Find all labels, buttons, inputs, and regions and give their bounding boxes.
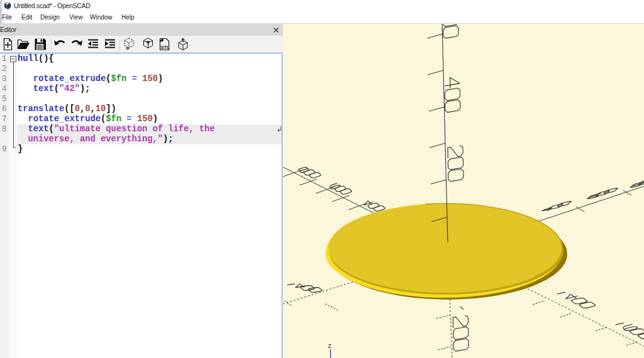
svg-text:STL: STL	[161, 45, 170, 50]
svg-text:»: »	[126, 45, 130, 52]
svg-text:z: z	[328, 342, 331, 349]
